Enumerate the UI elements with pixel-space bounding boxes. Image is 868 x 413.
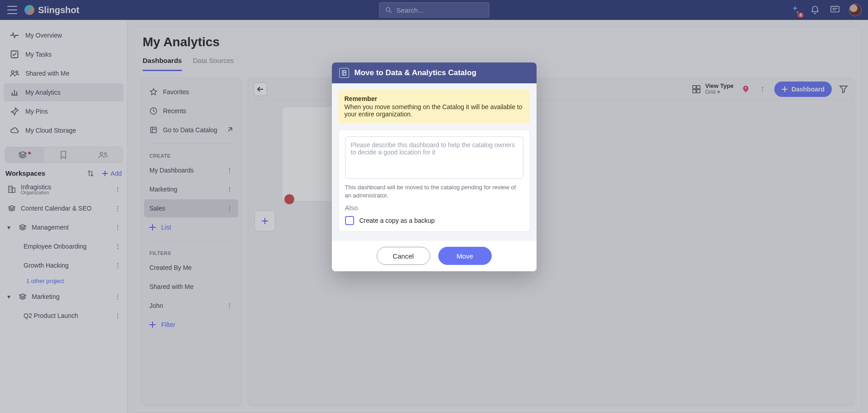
modal-header: Move to Data & Analytics Catalog [332, 62, 537, 83]
modal-overlay: Move to Data & Analytics Catalog Remembe… [0, 0, 868, 413]
modal-title: Move to Data & Analytics Catalog [355, 68, 477, 77]
checkbox-icon[interactable] [345, 216, 354, 225]
note-body: When you move something on the Catalog i… [345, 103, 524, 118]
note-title: Remember [345, 95, 524, 102]
modal-hint: This dashboard will be moved to the cata… [345, 183, 523, 199]
modal-actions: Cancel Move [332, 240, 537, 271]
modal-note: Remember When you move something on the … [338, 90, 530, 123]
move-button[interactable]: Move [438, 247, 492, 265]
cancel-button[interactable]: Cancel [377, 247, 430, 265]
backup-checkbox-row[interactable]: Create a copy as a backup [345, 216, 523, 225]
modal-form: This dashboard will be moved to the cata… [338, 130, 530, 232]
checkbox-label: Create a copy as a backup [360, 217, 435, 224]
catalog-icon [339, 68, 349, 78]
move-to-catalog-modal: Move to Data & Analytics Catalog Remembe… [332, 62, 537, 271]
also-label: Also [345, 204, 523, 211]
description-textarea[interactable] [345, 136, 523, 179]
